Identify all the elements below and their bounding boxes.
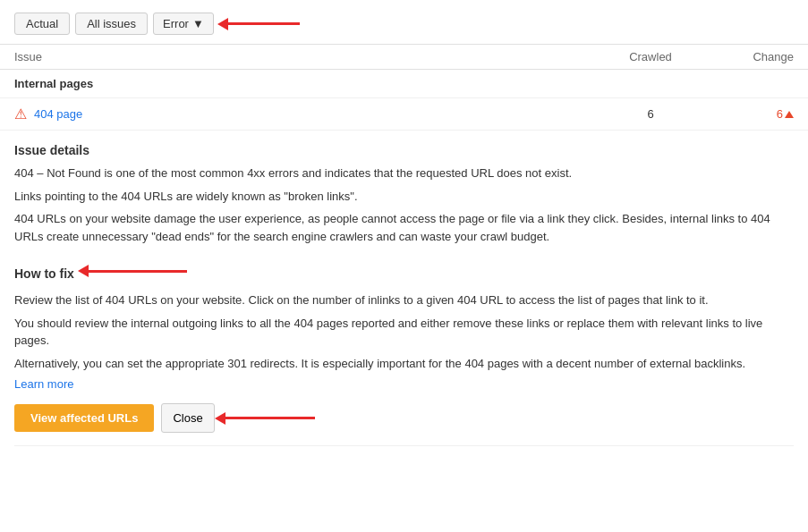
error-dropdown[interactable]: Error ▼ (153, 13, 214, 35)
section-header: Internal pages (0, 70, 808, 98)
error-icon: ⚠ (14, 106, 27, 122)
all-issues-tab[interactable]: All issues (75, 13, 148, 35)
error-label: Error (163, 17, 189, 30)
issue-details-title: Issue details (14, 143, 794, 157)
dropdown-arrow-icon: ▼ (192, 17, 204, 30)
col-change-header: Change (704, 50, 794, 63)
col-crawled-header: Crawled (597, 50, 704, 63)
error-arrow-annotation (228, 22, 300, 25)
table-header: Issue Crawled Change (0, 44, 808, 70)
fix-para-3: Alternatively, you can set the appropria… (14, 355, 794, 373)
triangle-up-icon (785, 111, 794, 118)
table-row: ⚠ 404 page 6 6 (0, 98, 808, 131)
fix-para-1: Review the list of 404 URLs on your webs… (14, 291, 794, 309)
how-to-fix-row: How to fix (14, 256, 794, 286)
close-button[interactable]: Close (161, 403, 214, 433)
fix-para-2: You should review the internal outgoing … (14, 315, 794, 350)
crawled-value: 6 (597, 107, 704, 121)
toolbar: Actual All issues Error ▼ (0, 0, 808, 44)
detail-para-1: 404 – Not Found is one of the most commo… (14, 165, 794, 182)
detail-panel: Issue details 404 – Not Found is one of … (14, 131, 794, 446)
change-number: 6 (777, 107, 783, 121)
col-issue-header: Issue (14, 50, 597, 63)
detail-para-3: 404 URLs on your website damage the user… (14, 210, 794, 245)
actual-tab[interactable]: Actual (14, 13, 70, 35)
action-row: View affected URLs Close (14, 403, 794, 433)
how-to-fix-title: How to fix (14, 266, 74, 281)
issue-name-link[interactable]: 404 page (34, 107, 597, 121)
learn-more-link[interactable]: Learn more (14, 377, 794, 391)
how-to-fix-arrow (89, 270, 187, 273)
view-btn-arrow (225, 417, 315, 419)
view-affected-urls-button[interactable]: View affected URLs (14, 404, 154, 432)
detail-para-2: Links pointing to the 404 URLs are widel… (14, 188, 794, 206)
change-value: 6 (704, 107, 794, 121)
